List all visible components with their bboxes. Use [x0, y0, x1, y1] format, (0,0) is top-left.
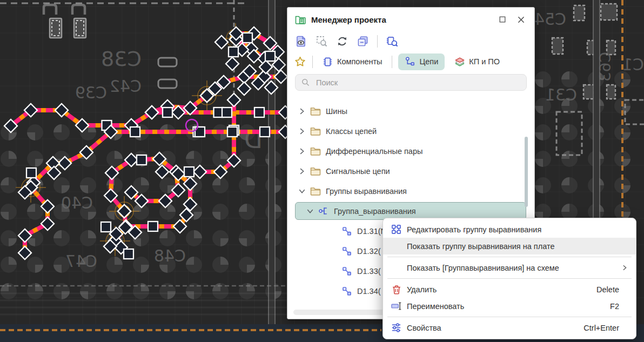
tree-item[interactable]: Классы цепей: [287, 121, 534, 141]
tree-item[interactable]: Шины: [287, 101, 534, 121]
menu-item-label: Свойства: [407, 324, 441, 332]
tree-item-label: D1.34(: [357, 287, 381, 296]
chevron-spacer: [297, 96, 307, 97]
folder-icon: [310, 165, 321, 177]
preview-document-button[interactable]: [295, 35, 307, 48]
vertical-scrollbar-thumb[interactable]: [525, 137, 528, 207]
menu-item-label: Удалить: [407, 285, 437, 294]
tree-item-label: Дифференциальные пары: [326, 147, 422, 156]
silkscreen-label: C42: [110, 77, 142, 96]
menu-item[interactable]: СвойстваCtrl+Enter: [383, 319, 636, 336]
tree-item[interactable]: Группы выравнивания: [287, 181, 534, 201]
search-input[interactable]: [315, 78, 521, 88]
trash-icon: [391, 284, 402, 295]
chevron-down-icon[interactable]: [305, 206, 316, 217]
tree-item[interactable]: Сигнальные цепи: [287, 161, 534, 181]
menu-shortcut: Delete: [596, 285, 628, 294]
menu-item-label: Показать [Группавыравнивания] на схеме: [407, 264, 559, 272]
menu-item[interactable]: Показать [Группавыравнивания] на схеме: [383, 259, 636, 276]
tree-item-label: Сигнальные цепи: [326, 167, 390, 176]
view-tabs: Компоненты Цепи КП и ПО: [287, 51, 534, 72]
close-button[interactable]: [516, 15, 526, 24]
tabs-divider: [312, 56, 313, 68]
tree-item[interactable]: [287, 96, 534, 101]
edit-group-icon: [391, 224, 402, 235]
tree-item-label: D1.31(N: [357, 227, 386, 236]
tab-nets[interactable]: Цепи: [398, 53, 445, 70]
net-leaf-icon: [341, 225, 353, 237]
tree-item-label: D1.32(: [357, 247, 381, 256]
tab-components[interactable]: Компоненты: [319, 53, 386, 70]
context-menu: Редактировать группу выравниванияПоказат…: [383, 218, 636, 339]
menu-item[interactable]: УдалитьDelete: [383, 281, 636, 298]
project-folder-icon: [294, 14, 306, 25]
toolbar-divider: [377, 35, 378, 48]
silkscreen-label: C54: [534, 10, 566, 29]
menu-item[interactable]: ПереименоватьF2: [383, 298, 636, 314]
tree-item-label: Группы выравнивания: [326, 187, 407, 196]
chevron-right-icon[interactable]: [297, 126, 307, 137]
tree-item[interactable]: Дифференциальные пары: [287, 141, 534, 161]
panel-toolbar: [287, 31, 534, 51]
tree-item-label: D1.33(: [357, 267, 381, 276]
search-box[interactable]: [295, 74, 527, 91]
silkscreen-label: C48: [154, 246, 186, 265]
silkscreen-label: C1: [622, 55, 644, 74]
window-titlebar[interactable]: Менеджер проекта: [287, 8, 534, 31]
silkscreen-label: C47: [65, 252, 97, 271]
layers-icon: [454, 56, 465, 68]
window-title: Менеджер проекта: [311, 15, 489, 24]
tree-item-label: Группа_выравнивания: [334, 207, 416, 216]
chevron-right-icon[interactable]: [297, 106, 307, 117]
menu-item-label: Редактировать группу выравнивания: [407, 225, 541, 234]
chevron-down-icon[interactable]: [297, 186, 307, 197]
silkscreen-label: C39: [75, 83, 107, 102]
menu-shortcut: F2: [610, 302, 628, 311]
menu-shortcut: Ctrl+Enter: [583, 324, 628, 332]
tabs-divider: [392, 56, 392, 68]
silkscreen-label: C38: [101, 47, 142, 71]
selection-zoom-button[interactable]: [316, 35, 328, 48]
submenu-arrow-icon: [621, 264, 629, 272]
silkscreen-label: C63: [596, 52, 614, 82]
menu-separator: [387, 317, 632, 317]
favorites-star-icon[interactable]: [294, 56, 306, 68]
folder-icon: [310, 105, 321, 117]
chevron-right-icon[interactable]: [297, 166, 307, 177]
chevron-right-icon[interactable]: [297, 146, 307, 157]
tree-item-label: Классы цепей: [326, 127, 377, 136]
refresh-button[interactable]: [336, 35, 348, 48]
folder-icon: [310, 125, 321, 137]
collapse-all-button[interactable]: [357, 35, 369, 48]
menu-separator: [387, 257, 632, 257]
folder-icon: [310, 145, 321, 157]
tree-item-label: Шины: [326, 107, 347, 116]
menu-item[interactable]: Показать группу выравнивания на плате: [383, 238, 636, 254]
net-leaf-icon: [341, 245, 353, 257]
menu-separator: [387, 278, 632, 279]
folder-icon: [310, 185, 321, 197]
search-icon: [301, 78, 310, 87]
folder-icon: [310, 96, 321, 97]
maximize-button[interactable]: [498, 15, 507, 24]
menu-item-label: Переименовать: [407, 302, 464, 311]
silkscreen-label: C40: [61, 193, 93, 212]
silkscreen-label: C31: [545, 85, 577, 104]
tab-pads[interactable]: КП и ПО: [451, 53, 503, 70]
menu-icon-spacer: [391, 240, 402, 252]
menu-item-label: Показать группу выравнивания на плате: [407, 242, 554, 251]
align-group-icon: [318, 205, 330, 217]
menu-icon-spacer: [391, 262, 402, 273]
net-icon: [405, 56, 416, 68]
chip-icon: [322, 56, 333, 68]
rename-icon: [391, 300, 402, 312]
menu-item[interactable]: Редактировать группу выравнивания: [383, 221, 636, 238]
net-leaf-icon: [341, 285, 353, 297]
net-leaf-icon: [341, 265, 353, 277]
properties-icon: [391, 322, 402, 333]
component-search-button[interactable]: [386, 35, 398, 48]
